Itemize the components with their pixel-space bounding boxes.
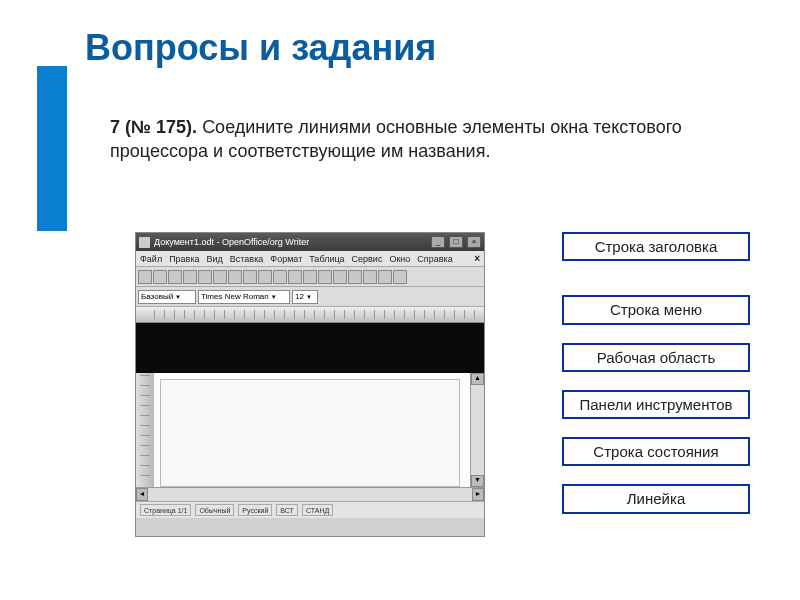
task-number: 7 (№ 175).	[110, 117, 197, 137]
menu-tools[interactable]: Сервис	[352, 254, 383, 264]
chevron-down-icon: ▼	[175, 294, 181, 300]
vertical-scrollbar[interactable]: ▲ ▼	[470, 373, 484, 487]
tb-undo-icon[interactable]	[288, 270, 302, 284]
status-lang: Русский	[238, 504, 272, 516]
horizontal-ruler[interactable]	[136, 307, 484, 323]
accent-bar	[37, 66, 67, 231]
tb-table-icon[interactable]	[333, 270, 347, 284]
menu-view[interactable]: Вид	[207, 254, 223, 264]
document-close-icon[interactable]: ×	[474, 253, 480, 264]
tb-help-icon[interactable]	[393, 270, 407, 284]
label-work-area[interactable]: Рабочая область	[562, 343, 750, 372]
font-value: Times New Roman	[201, 292, 269, 301]
formatting-toolbar: Базовый ▼ Times New Roman ▼ 12 ▼	[136, 287, 484, 307]
document-page[interactable]	[160, 379, 460, 487]
tb-chart-icon[interactable]	[348, 270, 362, 284]
menu-edit[interactable]: Правка	[169, 254, 199, 264]
horizontal-scrollbar[interactable]: ◄ ►	[136, 487, 484, 501]
font-dropdown[interactable]: Times New Roman ▼	[198, 290, 290, 304]
menu-window[interactable]: Окно	[389, 254, 410, 264]
tb-paste-icon[interactable]	[273, 270, 287, 284]
menu-bar: Файл Правка Вид Вставка Формат Таблица С…	[136, 251, 484, 267]
slide-title: Вопросы и задания	[85, 27, 436, 69]
minimize-button[interactable]: _	[431, 236, 445, 248]
page-top-shadow	[136, 323, 484, 373]
style-value: Базовый	[141, 292, 173, 301]
scroll-right-icon[interactable]: ►	[472, 488, 484, 501]
tb-spell-icon[interactable]	[228, 270, 242, 284]
standard-toolbar	[136, 267, 484, 287]
tb-new-icon[interactable]	[138, 270, 152, 284]
label-status-bar[interactable]: Строка состояния	[562, 437, 750, 466]
scroll-up-icon[interactable]: ▲	[471, 373, 484, 385]
app-icon	[139, 237, 150, 248]
tb-link-icon[interactable]	[318, 270, 332, 284]
scroll-track-h[interactable]	[148, 488, 472, 501]
size-value: 12	[295, 292, 304, 301]
status-bar: Страница 1/1 Обычный Русский ВСТ СТАНД	[136, 501, 484, 518]
scroll-track[interactable]	[471, 385, 484, 475]
chevron-down-icon: ▼	[306, 294, 312, 300]
scroll-down-icon[interactable]: ▼	[471, 475, 484, 487]
tb-open-icon[interactable]	[153, 270, 167, 284]
tb-print-icon[interactable]	[198, 270, 212, 284]
status-ins: ВСТ	[276, 504, 298, 516]
menu-format[interactable]: Формат	[270, 254, 302, 264]
size-dropdown[interactable]: 12 ▼	[292, 290, 318, 304]
slide: Вопросы и задания 7 (№ 175). Соедините л…	[0, 0, 800, 600]
status-page: Страница 1/1	[140, 504, 191, 516]
tb-mail-icon[interactable]	[183, 270, 197, 284]
scroll-left-icon[interactable]: ◄	[136, 488, 148, 501]
task-text: 7 (№ 175). Соедините линиями основные эл…	[110, 115, 695, 164]
vertical-ruler[interactable]	[136, 373, 154, 487]
tb-redo-icon[interactable]	[303, 270, 317, 284]
style-dropdown[interactable]: Базовый ▼	[138, 290, 196, 304]
menu-file[interactable]: Файл	[140, 254, 162, 264]
chevron-down-icon: ▼	[271, 294, 277, 300]
status-std: СТАНД	[302, 504, 333, 516]
label-title-bar[interactable]: Строка заголовка	[562, 232, 750, 261]
tb-preview-icon[interactable]	[213, 270, 227, 284]
window-title: Документ1.odt - OpenOffice/org Writer	[154, 237, 427, 247]
tb-cut-icon[interactable]	[243, 270, 257, 284]
editor-window: Документ1.odt - OpenOffice/org Writer _ …	[135, 232, 485, 537]
tb-zoom-icon[interactable]	[378, 270, 392, 284]
menu-table[interactable]: Таблица	[309, 254, 344, 264]
status-style: Обычный	[195, 504, 234, 516]
menu-insert[interactable]: Вставка	[230, 254, 263, 264]
label-ruler[interactable]: Линейка	[562, 484, 750, 513]
title-bar: Документ1.odt - OpenOffice/org Writer _ …	[136, 233, 484, 251]
tb-find-icon[interactable]	[363, 270, 377, 284]
menu-help[interactable]: Справка	[417, 254, 452, 264]
close-button[interactable]: ×	[467, 236, 481, 248]
label-menu-bar[interactable]: Строка меню	[562, 295, 750, 324]
tb-copy-icon[interactable]	[258, 270, 272, 284]
answer-labels: Строка заголовка Строка меню Рабочая обл…	[562, 232, 750, 514]
maximize-button[interactable]: □	[449, 236, 463, 248]
work-area-row: ▲ ▼	[136, 373, 484, 487]
tb-save-icon[interactable]	[168, 270, 182, 284]
label-toolbars[interactable]: Панели инструментов	[562, 390, 750, 419]
